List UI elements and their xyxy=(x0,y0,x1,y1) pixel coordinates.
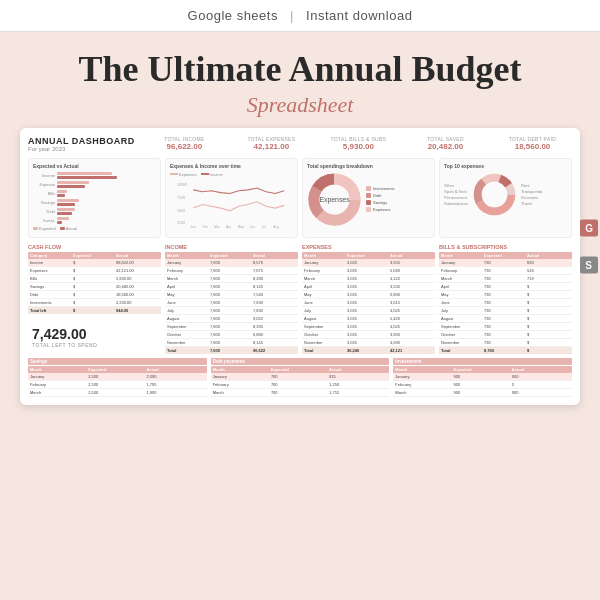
bills-row-feb: February730524 xyxy=(439,267,572,275)
bar-legend: Expected Actual xyxy=(33,226,156,231)
bottom-tables: Savings Month Expected Actual January2,5… xyxy=(28,358,572,397)
bills-total: Total8,760$ xyxy=(439,347,572,354)
bar-label-bills: Bills xyxy=(33,191,55,196)
th-expected: Expected xyxy=(73,253,116,258)
bar-label-savings: Savings xyxy=(33,200,55,205)
top-expenses-list-right: Rent Transportati. Groceries Travel xyxy=(521,183,543,206)
stat-bills-value: 5,930.00 xyxy=(319,142,398,151)
top-expenses-box: Top 10 expenses Other Sport & Tech Pet a… xyxy=(439,158,572,238)
svg-text:5000: 5000 xyxy=(177,208,185,212)
bills-row-sep: September730$ xyxy=(439,323,572,331)
svg-text:7500: 7500 xyxy=(177,196,185,200)
expenses-row-mar: March3,0254,122 xyxy=(302,275,435,283)
cashflow-row-5: Investments$2,230.00 xyxy=(28,299,161,307)
bar-chart: Income Expense Bills Savings Debt Invest… xyxy=(33,172,156,224)
income-head: Month Expected Actual xyxy=(165,252,298,259)
bar-label-expenses: Expense xyxy=(33,182,55,187)
expenses-header: Expenses xyxy=(302,244,435,250)
expenses-row-feb: February3,0255,040 xyxy=(302,267,435,275)
donut-legend: Investments Debt Savings Expenses xyxy=(366,186,395,212)
top-expenses-content: Other Sport & Tech Pet accessor. Subscri… xyxy=(444,172,567,217)
cashflow-head: Category Expected Actual xyxy=(28,252,161,259)
cashflow-row-1: Expenses$42,121.00 xyxy=(28,267,161,275)
savings-header: Savings xyxy=(28,358,207,365)
big-number-label: Total left to spend xyxy=(32,342,157,348)
stat-debt: Total Debt Paid 18,560.00 xyxy=(493,136,572,151)
income-row-jul: July7,6007,830 xyxy=(165,307,298,315)
income-row-feb: February7,6007,675 xyxy=(165,267,298,275)
expenses-row-aug: August3,0255,420 xyxy=(302,315,435,323)
svg-text:Jan: Jan xyxy=(191,225,196,229)
cashflow-header: Cash flow xyxy=(28,244,161,250)
side-labels: G S xyxy=(580,220,598,274)
investments-header: Investments xyxy=(393,358,572,365)
side-label-g: G xyxy=(580,220,598,237)
subtitle: Spreadsheet xyxy=(20,92,580,118)
svg-text:Aug: Aug xyxy=(273,225,279,229)
income-row-mar: March7,6008,290 xyxy=(165,275,298,283)
savings-row-feb: February2,5001,795 xyxy=(28,381,207,389)
debt-header: Debt payments xyxy=(211,358,390,365)
income-row-aug: August7,6009,022 xyxy=(165,315,298,323)
bills-row-apr: April730$ xyxy=(439,283,572,291)
top-expenses-svg xyxy=(472,172,517,217)
expenses-row-nov: November3,0254,090 xyxy=(302,339,435,347)
side-label-s: S xyxy=(580,257,598,274)
svg-text:Feb: Feb xyxy=(202,225,208,229)
big-number-block: 7,429.00 Total left to spend xyxy=(28,322,161,352)
expenses-row-jan: January3,0253,555 xyxy=(302,259,435,267)
income-row-sep: September7,6008,395 xyxy=(165,323,298,331)
bills-row-jul: July730$ xyxy=(439,307,572,315)
income-row-may: May7,6007,540 xyxy=(165,291,298,299)
bills-table: Bills & Subscriptions Month Expected Act… xyxy=(439,244,572,354)
income-table: Income Month Expected Actual January7,60… xyxy=(165,244,298,354)
income-row-apr: April7,6008,125 xyxy=(165,283,298,291)
investments-row-mar: March900900 xyxy=(393,389,572,397)
expenses-row-jul: July3,0254,025 xyxy=(302,307,435,315)
line-chart-svg: 10000 7500 5000 2500 Jan Feb Mar Apr Ma xyxy=(170,179,293,229)
expenses-row-apr: April3,0253,532 xyxy=(302,283,435,291)
stat-expenses: Total Expenses 42,121.00 xyxy=(232,136,311,151)
bills-row-aug: August730$ xyxy=(439,315,572,323)
stat-income: Total Income 96,622.00 xyxy=(145,136,224,151)
stat-expenses-value: 42,121.00 xyxy=(232,142,311,151)
svg-text:Mar: Mar xyxy=(214,225,219,229)
stat-income-value: 96,622.00 xyxy=(145,142,224,151)
expenses-total: Total36,24042,121 xyxy=(302,347,435,354)
bar-chart-box: Expected vs Actual Income Expense Bills … xyxy=(28,158,161,238)
bills-head: Month Expected Actual xyxy=(439,252,572,259)
income-row-nov: November7,6008,145 xyxy=(165,339,298,347)
line-chart-title: Expenses & Income over time xyxy=(170,163,293,169)
savings-row-jan: January2,5002,090 xyxy=(28,373,207,381)
stat-saved: Total Saved 20,482.00 xyxy=(406,136,485,151)
donut-content: Expenses Investments Debt Savings Expens… xyxy=(307,172,430,227)
bar-label-income: Income xyxy=(33,173,55,178)
investments-head: Month Expected Actual xyxy=(393,366,572,373)
bills-row-jun: June730$ xyxy=(439,299,572,307)
cashflow-total: Total left$944.00 xyxy=(28,307,161,314)
svg-text:2500: 2500 xyxy=(177,221,185,225)
svg-text:May: May xyxy=(238,225,244,229)
stat-debt-value: 18,560.00 xyxy=(493,142,572,151)
charts-row: Expected vs Actual Income Expense Bills … xyxy=(28,158,572,238)
top-bar: Google sheets | Instant download xyxy=(0,0,600,32)
bar-chart-title: Expected vs Actual xyxy=(33,163,156,169)
savings-table: Savings Month Expected Actual January2,5… xyxy=(28,358,207,397)
main-tables: Cash flow Category Expected Actual Incom… xyxy=(28,244,572,354)
debt-row-feb: February7001,250 xyxy=(211,381,390,389)
bills-row-mar: March730719 xyxy=(439,275,572,283)
donut-chart-box: Total spendings breakdown Expenses xyxy=(302,158,435,238)
debt-row-jan: January700935 xyxy=(211,373,390,381)
bills-row-oct: October730$ xyxy=(439,331,572,339)
bar-label-debt: Debt xyxy=(33,209,55,214)
svg-text:Jul: Jul xyxy=(262,225,266,229)
dashboard-title: Annual Dashboard xyxy=(28,136,135,146)
dashboard-subtitle: For year 2023 xyxy=(28,146,135,152)
donut-svg: Expenses xyxy=(307,172,362,227)
expenses-row-oct: October3,0253,900 xyxy=(302,331,435,339)
bills-row-nov: November730$ xyxy=(439,339,572,347)
top-expenses-title: Top 10 expenses xyxy=(444,163,567,169)
stat-bills: Total Bills & Subs 5,930.00 xyxy=(319,136,398,151)
income-total: Total7,60096,622 xyxy=(165,347,298,354)
investments-table: Investments Month Expected Actual Januar… xyxy=(393,358,572,397)
